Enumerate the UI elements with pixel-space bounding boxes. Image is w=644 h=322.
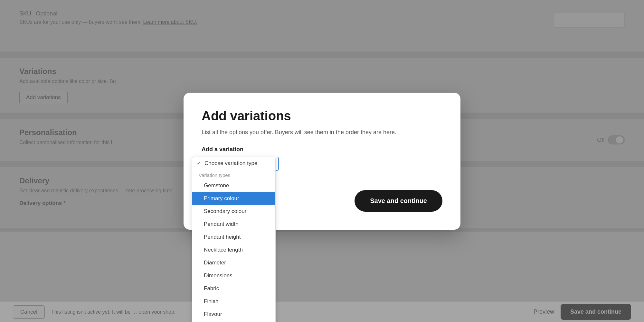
dropdown-item-diameter[interactable]: Diameter: [192, 256, 275, 269]
dropdown-group-label: Variation types: [192, 170, 275, 179]
variation-type-dropdown: ✓ Choose variation type Variation types …: [192, 157, 276, 322]
dropdown-items-list: GemstonePrimary colourSecondary colourPe…: [192, 179, 275, 322]
dropdown-item-secondary-colour[interactable]: Secondary colour: [192, 205, 275, 218]
variation-type-container: Primary colour ✓ Choose variation type V…: [202, 157, 279, 171]
dropdown-item-necklace-length[interactable]: Necklace length: [192, 244, 275, 256]
modal-save-continue-button[interactable]: Save and continue: [355, 190, 442, 212]
dropdown-item-choose[interactable]: ✓ Choose variation type: [192, 157, 275, 170]
check-icon: ✓: [197, 161, 202, 166]
add-variation-label: Add a variation: [202, 146, 442, 153]
dropdown-item-dimensions[interactable]: Dimensions: [192, 269, 275, 282]
dropdown-item-gemstone[interactable]: Gemstone: [192, 179, 275, 192]
dropdown-item-finish[interactable]: Finish: [192, 295, 275, 308]
dropdown-item-fabric[interactable]: Fabric: [192, 282, 275, 295]
dropdown-item-material[interactable]: Material: [192, 321, 275, 322]
dropdown-item-flavour[interactable]: Flavour: [192, 308, 275, 321]
dropdown-item-primary-colour[interactable]: Primary colour: [192, 192, 275, 205]
modal-title: Add variations: [202, 109, 442, 123]
dropdown-item-pendant-width[interactable]: Pendant width: [192, 218, 275, 231]
modal-description: List all the options you offer. Buyers w…: [202, 129, 442, 136]
modal-overlay: Add variations List all the options you …: [0, 0, 644, 322]
add-variations-modal: Add variations List all the options you …: [184, 93, 460, 230]
dropdown-item-pendant-height[interactable]: Pendant height: [192, 231, 275, 244]
